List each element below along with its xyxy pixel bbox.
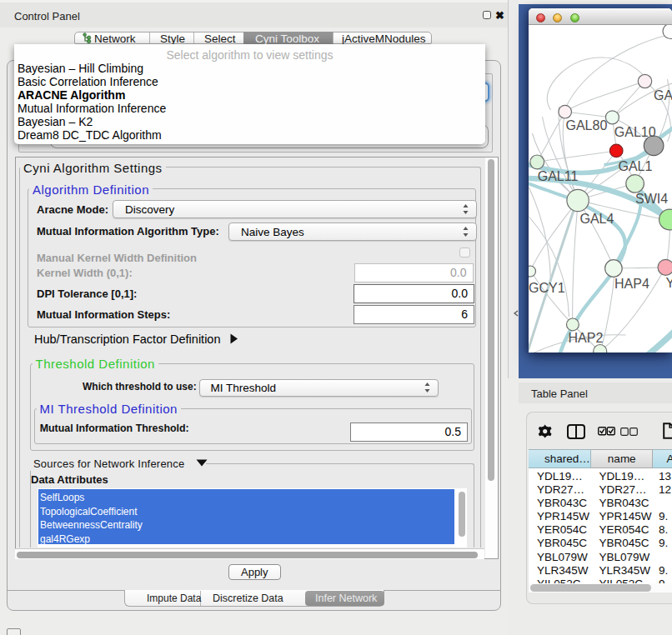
svg-text:GCY1: GCY1 bbox=[529, 280, 565, 294]
svg-text:GAL1: GAL1 bbox=[618, 158, 652, 172]
svg-text:GAL4: GAL4 bbox=[579, 212, 614, 226]
svg-text:HAP2: HAP2 bbox=[568, 331, 603, 345]
svg-text:GAL…: GAL… bbox=[654, 88, 672, 102]
svg-text:GAL10: GAL10 bbox=[614, 125, 655, 139]
svg-text:HAP4: HAP4 bbox=[614, 276, 649, 290]
svg-text:SWI4: SWI4 bbox=[635, 191, 668, 205]
svg-text:GAL80: GAL80 bbox=[565, 118, 607, 132]
svg-text:Y…: Y… bbox=[665, 276, 672, 290]
svg-text:GAL11: GAL11 bbox=[537, 168, 578, 182]
